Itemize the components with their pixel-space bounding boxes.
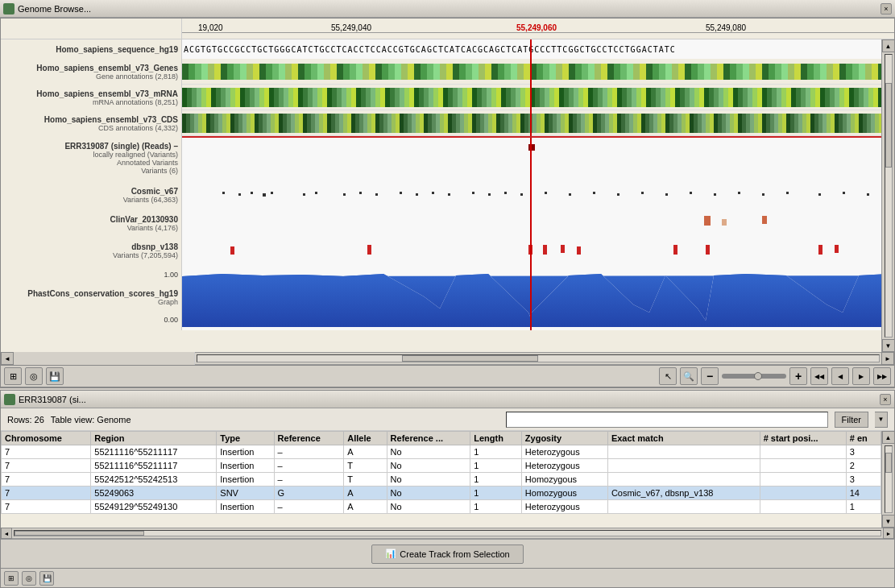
prev-button[interactable]: ◀ <box>831 367 849 385</box>
view-info: Table view: Genome <box>51 415 131 424</box>
dbsnp-marker <box>528 245 532 255</box>
zoom-button[interactable]: 🔍 <box>680 367 698 385</box>
table-row[interactable]: 755211116^55211117Insertion–ANo1Heterozy… <box>2 445 881 459</box>
table-scroll-thumb[interactable] <box>885 453 892 473</box>
cosmic-dot <box>343 193 346 196</box>
coord-label-2: 55,249,040 <box>331 23 371 32</box>
table-toolbar: Rows: 26 Table view: Genome Filter ▼ <box>1 408 894 431</box>
lower-window-title: ERR319087 (si... <box>19 395 880 404</box>
variant-marker <box>528 144 535 151</box>
col-exact[interactable]: Exact match <box>607 432 760 445</box>
scroll-left-btn[interactable]: ◄ <box>1 352 14 365</box>
bottom-target-btn[interactable]: ◎ <box>22 571 36 586</box>
table-hscroll-thumb[interactable] <box>15 531 144 536</box>
vertical-scrollbar[interactable]: ▲ ▼ <box>881 39 894 352</box>
table-scroll-left[interactable]: ◄ <box>1 528 12 539</box>
bottom-toolbar: ⊞ ◎ 💾 <box>1 568 894 587</box>
dbsnp-marker <box>673 245 677 255</box>
clinvar-marker <box>704 216 711 226</box>
clinvar-marker <box>722 219 727 226</box>
app-icon <box>3 3 15 14</box>
cosmic-dot <box>690 192 692 194</box>
cosmic-track: Cosmic_v67 Variants (64,363) <box>1 180 881 209</box>
horizontal-scrollbar[interactable]: ◄ ► <box>1 352 894 365</box>
dbsnp-marker <box>577 246 581 255</box>
cosmic-dot <box>738 192 740 194</box>
cosmic-dot <box>867 193 869 196</box>
gene-track: Homo_sapiens_ensembl_v73_Genes Gene anno… <box>1 59 881 85</box>
skip-end-button[interactable]: ▶▶ <box>873 367 891 385</box>
table-row[interactable]: 755242512^55242513Insertion–TNo1Homozygo… <box>2 473 881 487</box>
scroll-up-button[interactable]: ▲ <box>882 39 895 52</box>
coord-label-1: 19,020 <box>198 23 223 32</box>
create-track-button[interactable]: 📊 Create Track from Selection <box>371 545 523 564</box>
table-scroll-down[interactable]: ▼ <box>882 515 895 528</box>
cosmic-dot <box>472 192 474 194</box>
table-row[interactable]: 755249063SNVGANo1HomozygousCosmic_v67, d… <box>2 487 881 500</box>
scroll-track-h[interactable] <box>197 354 880 362</box>
filter-dropdown-button[interactable]: ▼ <box>875 412 888 428</box>
scroll-thumb-h[interactable] <box>402 355 538 362</box>
table-scroll-up[interactable]: ▲ <box>882 431 895 444</box>
scroll-right-btn[interactable]: ► <box>881 352 894 365</box>
scroll-thumb-v[interactable] <box>885 83 892 168</box>
save-button[interactable]: 💾 <box>46 367 64 385</box>
cds-track: Homo_sapiens_ensembl_v73_CDS CDS annotat… <box>1 110 881 136</box>
col-reference[interactable]: Reference <box>274 432 344 445</box>
table-vscrollbar[interactable]: ▲ ▼ <box>881 431 894 528</box>
col-length[interactable]: Length <box>470 432 522 445</box>
cosmic-dot <box>520 193 523 196</box>
title-bar: Genome Browse... × <box>0 0 895 18</box>
coord-label-4: 55,249,080 <box>706 23 746 32</box>
col-startpos[interactable]: # start posi... <box>760 432 846 445</box>
table-row[interactable]: 755211116^55211117Insertion–TNo1Heterozy… <box>2 459 881 473</box>
genome-toolbar: ⊞ ◎ 💾 ↖ 🔍 − + ◀◀ ◀ ▶ ▶▶ <box>1 365 894 387</box>
cosmic-dot <box>432 192 434 194</box>
table-scroll-track[interactable] <box>885 445 893 513</box>
col-allele[interactable]: Allele <box>344 432 387 445</box>
zoom-slider-thumb[interactable] <box>754 372 762 380</box>
dbsnp-marker <box>367 245 371 255</box>
scroll-down-button[interactable]: ▼ <box>882 339 895 352</box>
table-hscrollbar[interactable]: ◄ ► <box>1 528 894 539</box>
target-button[interactable]: ◎ <box>25 367 43 385</box>
col-region[interactable]: Region <box>91 432 217 445</box>
next-button[interactable]: ▶ <box>852 367 870 385</box>
clinvar-track-name: ClinVar_20130930 <box>110 215 178 224</box>
skip-start-button[interactable]: ◀◀ <box>810 367 828 385</box>
cosmic-dot <box>222 192 225 194</box>
cosmic-dot <box>448 193 450 196</box>
cosmic-dot <box>303 193 305 196</box>
grid-button[interactable]: ⊞ <box>4 367 22 385</box>
mrna-track-name: Homo_sapiens_ensembl_v73_mRNA <box>36 89 178 98</box>
create-track-label: Create Track from Selection <box>400 549 509 559</box>
col-refdot[interactable]: Reference ... <box>387 432 470 445</box>
cursor-button[interactable]: ↖ <box>659 367 677 385</box>
close-button[interactable]: × <box>880 3 892 14</box>
filter-button[interactable]: Filter <box>835 412 868 428</box>
table-hscroll-track[interactable] <box>14 530 881 536</box>
table-scroll-right[interactable]: ► <box>883 528 894 539</box>
cosmic-track-name: Cosmic_v67 <box>131 187 178 196</box>
zoom-out-button[interactable]: − <box>701 367 719 385</box>
bottom-save-btn[interactable]: 💾 <box>39 571 54 586</box>
scroll-track-v[interactable] <box>885 54 893 337</box>
clinvar-track: ClinVar_20130930 Variants (4,176) <box>1 209 881 237</box>
cosmic-dot <box>617 193 619 196</box>
col-zygosity[interactable]: Zygosity <box>521 432 607 445</box>
cds-track-sub: CDS annotations (4,332) <box>98 124 178 132</box>
gene-track-sub: Gene annotations (2,818) <box>96 72 178 81</box>
cosmic-dot <box>665 193 668 196</box>
col-type[interactable]: Type <box>217 432 274 445</box>
col-en[interactable]: # en <box>846 432 880 445</box>
cosmic-dot <box>315 192 317 194</box>
cosmic-dot <box>238 193 241 196</box>
bottom-grid-btn[interactable]: ⊞ <box>4 571 19 586</box>
table-search-input[interactable] <box>506 412 828 428</box>
zoom-slider[interactable] <box>722 374 786 379</box>
lower-close-button[interactable]: × <box>880 394 891 405</box>
cosmic-dot <box>843 192 845 194</box>
col-chromosome[interactable]: Chromosome <box>2 432 91 445</box>
table-row[interactable]: 755249129^55249130Insertion–ANo1Heterozy… <box>2 500 881 514</box>
zoom-in-button[interactable]: + <box>789 367 807 385</box>
